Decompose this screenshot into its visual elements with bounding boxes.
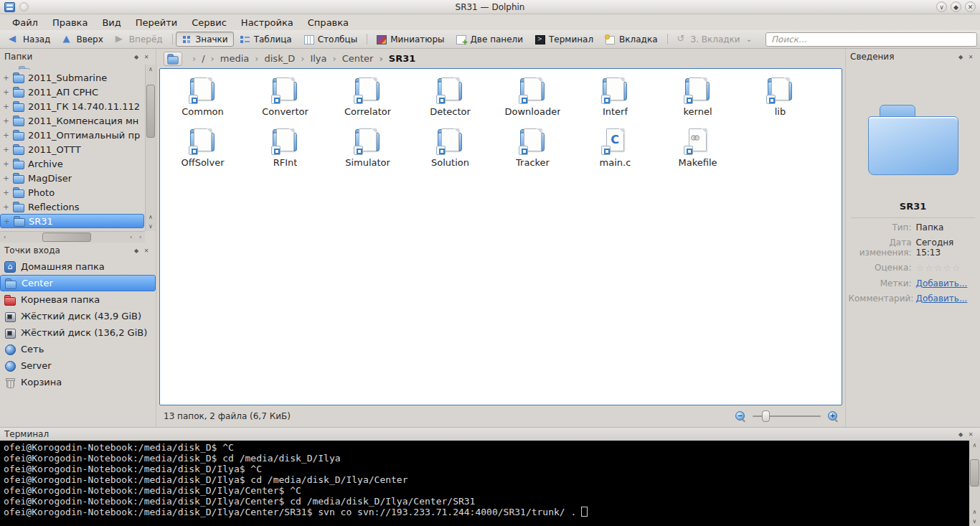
toolbar-button[interactable]: Столбцы xyxy=(298,32,363,47)
file-item[interactable]: lib xyxy=(739,75,821,117)
terminal[interactable]: ofei@Korogodin-Notebook:/media/disk_D$ ^… xyxy=(0,441,980,526)
tree-horizontal-scrollbar[interactable]: ‹ ‹ › xyxy=(0,231,145,243)
expander-icon[interactable]: + xyxy=(3,189,9,197)
scroll-left-icon[interactable]: ‹ xyxy=(126,233,136,242)
scroll-thumb[interactable] xyxy=(146,85,155,137)
breadcrumb-segment[interactable]: disk_D xyxy=(252,52,298,65)
menu-item[interactable]: Перейти xyxy=(129,16,184,29)
file-item[interactable]: Detector xyxy=(409,75,491,117)
file-item[interactable]: Convertor xyxy=(244,75,326,117)
expander-icon[interactable]: + xyxy=(3,131,9,139)
scroll-left-icon[interactable]: ‹ xyxy=(0,233,9,242)
toolbar-button[interactable]: Назад xyxy=(3,32,56,47)
file-item[interactable]: main.c xyxy=(574,126,656,168)
scroll-up-icon[interactable]: ∧ xyxy=(146,212,156,222)
file-item[interactable]: Makefile xyxy=(656,126,739,168)
breadcrumb-segment[interactable]: / xyxy=(189,52,208,65)
maximize-button[interactable]: ◆ xyxy=(951,1,961,12)
expander-icon[interactable]: + xyxy=(3,74,9,82)
float-panel-icon[interactable]: ◆ xyxy=(131,245,141,255)
tree-item[interactable]: + Reflections xyxy=(0,199,144,214)
float-panel-icon[interactable]: ◆ xyxy=(131,52,141,62)
scroll-up-icon[interactable]: ∧ xyxy=(970,507,979,517)
toolbar-button[interactable]: Вкладка xyxy=(599,32,663,47)
toolbar-button[interactable]: Две панели xyxy=(450,32,529,47)
breadcrumb-segment[interactable]: Center xyxy=(330,52,377,65)
file-item[interactable]: Tracker xyxy=(491,126,574,168)
place-item[interactable]: Сеть xyxy=(0,341,156,357)
toolbar-button[interactable]: Вверх xyxy=(56,32,108,47)
menu-item[interactable]: Файл xyxy=(6,16,44,29)
close-panel-icon[interactable]: ✕ xyxy=(966,429,976,439)
toolbar-button[interactable]: Миниатюры xyxy=(370,32,450,47)
close-panel-icon[interactable]: ✕ xyxy=(966,52,976,62)
scroll-down-icon[interactable]: ∨ xyxy=(146,222,156,231)
expander-icon[interactable]: + xyxy=(3,203,9,211)
tree-item[interactable]: + 2011_Оптимальный пр xyxy=(0,128,144,142)
file-item[interactable]: OffSolver xyxy=(161,126,244,168)
breadcrumb-segment[interactable]: SR31 xyxy=(376,52,418,65)
file-item[interactable]: Solution xyxy=(409,126,491,168)
terminal-scrollbar[interactable]: ∧ ∧ ∨ xyxy=(969,441,980,526)
file-item[interactable]: Correlator xyxy=(326,75,409,117)
file-item[interactable]: Simulator xyxy=(326,126,409,168)
toolbar-button[interactable]: Терминал xyxy=(529,32,599,47)
tree-item[interactable]: + 2011_Компенсация мн xyxy=(0,113,144,128)
scroll-thumb[interactable] xyxy=(42,233,91,242)
tree-item[interactable]: + SR31 xyxy=(0,214,144,228)
float-panel-icon[interactable]: ◆ xyxy=(956,429,966,439)
scroll-down-icon[interactable]: ∨ xyxy=(970,517,979,526)
tree-item[interactable]: + 2011_ОТТТ xyxy=(0,142,144,156)
expander-icon[interactable]: + xyxy=(4,217,10,225)
menu-item[interactable]: Правка xyxy=(46,16,94,29)
tree-item[interactable]: + 2011_ГК 14.740.11.112 xyxy=(0,99,144,113)
place-item[interactable]: Жёсткий диск (136,2 GiB) xyxy=(0,324,156,341)
tree-item[interactable]: + 2011_Submarine xyxy=(0,70,144,85)
float-panel-icon[interactable]: ◆ xyxy=(956,52,966,62)
minimize-button[interactable]: ∨ xyxy=(936,1,947,12)
expander-icon[interactable]: + xyxy=(3,103,9,111)
folder-view[interactable]: Common Convertor xyxy=(159,68,842,405)
file-item[interactable]: Common xyxy=(161,75,244,117)
zoom-out-icon[interactable] xyxy=(735,411,745,421)
file-item[interactable]: Downloader xyxy=(491,75,574,117)
file-item[interactable]: Interf xyxy=(574,75,656,117)
expander-icon[interactable]: + xyxy=(3,117,9,125)
toolbar-button[interactable]: З. Вкладки xyxy=(671,32,758,47)
menu-item[interactable]: Справка xyxy=(301,16,355,29)
breadcrumb-folder-button[interactable] xyxy=(164,52,182,66)
menu-item[interactable]: Вид xyxy=(95,16,127,29)
titlebar[interactable]: SR31 — Dolphin ∨ ◆ ✕ xyxy=(0,0,980,14)
tree-item[interactable]: + Archive xyxy=(0,156,144,171)
expander-icon[interactable]: + xyxy=(3,160,9,168)
scroll-thumb[interactable] xyxy=(970,459,979,487)
titlebar-menu-button[interactable] xyxy=(19,2,29,11)
toolbar-button[interactable]: Таблица xyxy=(234,32,298,47)
zoom-slider[interactable] xyxy=(753,410,821,423)
menu-item[interactable]: Сервис xyxy=(185,16,233,29)
scroll-track[interactable] xyxy=(9,232,126,243)
close-button[interactable]: ✕ xyxy=(965,1,976,12)
toolbar-button[interactable]: Значки xyxy=(176,32,234,47)
place-item[interactable]: Server xyxy=(0,357,156,374)
zoom-in-icon[interactable] xyxy=(828,411,838,421)
close-panel-icon[interactable]: ✕ xyxy=(141,52,151,62)
tree-vertical-scrollbar[interactable]: ∧ ∧ ∨ xyxy=(145,65,156,231)
search-input[interactable] xyxy=(765,32,977,47)
file-item[interactable]: RFInt xyxy=(244,126,326,168)
place-item[interactable]: Домашняя папка xyxy=(0,258,156,275)
breadcrumb-segment[interactable]: media xyxy=(208,52,253,65)
scroll-track[interactable] xyxy=(146,74,156,212)
close-panel-icon[interactable]: ✕ xyxy=(141,245,151,255)
place-item[interactable]: Center xyxy=(0,275,156,291)
place-item[interactable]: Корневая папка xyxy=(0,291,156,308)
toolbar-button[interactable]: Вперёд xyxy=(109,32,169,47)
tree-item[interactable]: + 2011_АП СРНС xyxy=(0,85,144,99)
tree-item[interactable]: + MagDiser xyxy=(0,171,144,185)
place-item[interactable]: Жёсткий диск (43,9 GiB) xyxy=(0,308,156,324)
file-item[interactable]: kernel xyxy=(656,75,739,117)
zoom-slider-thumb[interactable] xyxy=(762,410,770,422)
scroll-up-icon[interactable]: ∧ xyxy=(970,441,979,450)
expander-icon[interactable]: + xyxy=(3,174,9,182)
expander-icon[interactable]: + xyxy=(3,88,9,96)
